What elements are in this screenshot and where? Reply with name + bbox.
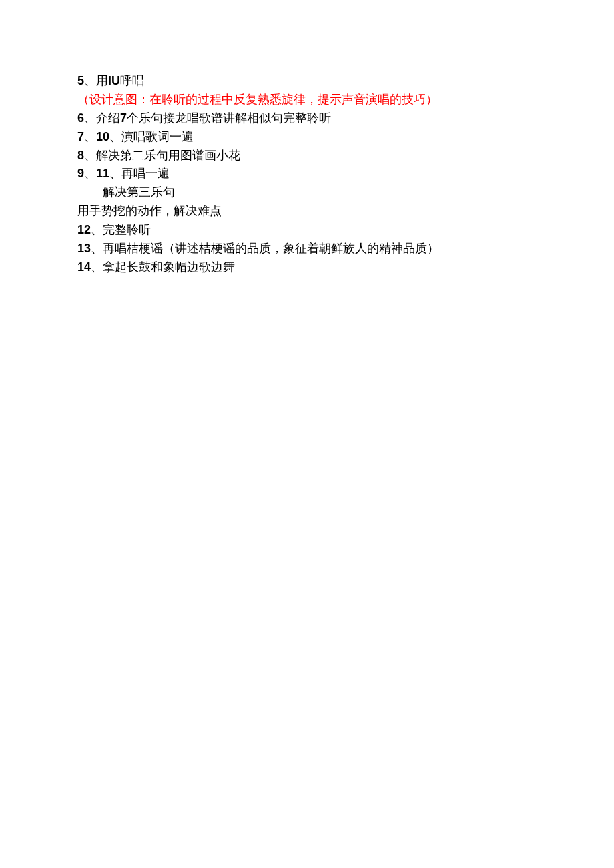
item-number: 13 xyxy=(77,242,91,255)
separator: 、 xyxy=(109,167,121,180)
bold-text: IU xyxy=(108,74,120,87)
separator: 、 xyxy=(84,167,96,180)
inline-number: 7 xyxy=(120,111,127,125)
design-intent-note: （设计意图：在聆听的过程中反复熟悉旋律，提示声音演唱的技巧） xyxy=(77,91,614,109)
separator: 、 xyxy=(84,149,96,162)
text-segment: 拿起长鼓和象帽边歌边舞 xyxy=(103,260,235,274)
item-number: 7 xyxy=(77,130,84,143)
text-segment: 用手势挖的动作，解决难点 xyxy=(77,204,222,218)
item-number: 10 xyxy=(96,130,109,143)
separator: 、 xyxy=(91,242,103,255)
text-segment: 介绍 xyxy=(96,111,120,125)
text-segment: 个乐句接龙唱歌谱讲解相似句完整聆听 xyxy=(127,111,331,125)
text-segment: 用 xyxy=(96,74,108,87)
line-item-5: 5、用IU呼唱 xyxy=(77,72,614,91)
item-number: 5 xyxy=(77,74,84,87)
text-segment: 再唱桔梗谣（讲述桔梗谣的品质，象征着朝鲜族人的精神品质） xyxy=(103,242,439,255)
item-number: 8 xyxy=(77,149,84,162)
separator: 、 xyxy=(84,74,96,87)
item-number: 6 xyxy=(77,111,84,125)
item-number: 12 xyxy=(77,223,91,236)
separator: 、 xyxy=(84,130,96,143)
text-segment: 呼唱 xyxy=(120,74,144,87)
item-number: 14 xyxy=(77,260,91,274)
text-segment: 解决第二乐句用图谱画小花 xyxy=(96,149,240,162)
line-sub-item: 解决第三乐句 xyxy=(77,183,614,202)
text-segment: 再唱一遍 xyxy=(121,167,170,180)
separator: 、 xyxy=(84,111,96,125)
line-item-6: 6、介绍7个乐句接龙唱歌谱讲解相似句完整聆听 xyxy=(77,109,614,128)
line-item-8: 8、解决第二乐句用图谱画小花 xyxy=(77,147,614,165)
separator: 、 xyxy=(91,260,103,274)
red-note-text: （设计意图：在聆听的过程中反复熟悉旋律，提示声音演唱的技巧） xyxy=(77,93,438,106)
item-number: 11 xyxy=(96,167,109,180)
text-segment: 完整聆听 xyxy=(103,223,151,236)
item-number: 9 xyxy=(77,167,84,180)
line-item-13: 13、再唱桔梗谣（讲述桔梗谣的品质，象征着朝鲜族人的精神品质） xyxy=(77,240,614,258)
text-segment: 解决第三乐句 xyxy=(103,185,175,199)
line-item-9-11: 9、11、再唱一遍 xyxy=(77,165,614,183)
separator: 、 xyxy=(91,223,103,236)
line-plain-text: 用手势挖的动作，解决难点 xyxy=(77,202,614,221)
line-item-14: 14、拿起长鼓和象帽边歌边舞 xyxy=(77,258,614,277)
text-segment: 演唱歌词一遍 xyxy=(121,130,194,143)
line-item-7-10: 7、10、演唱歌词一遍 xyxy=(77,128,614,147)
separator: 、 xyxy=(109,130,121,143)
line-item-12: 12、完整聆听 xyxy=(77,221,614,240)
